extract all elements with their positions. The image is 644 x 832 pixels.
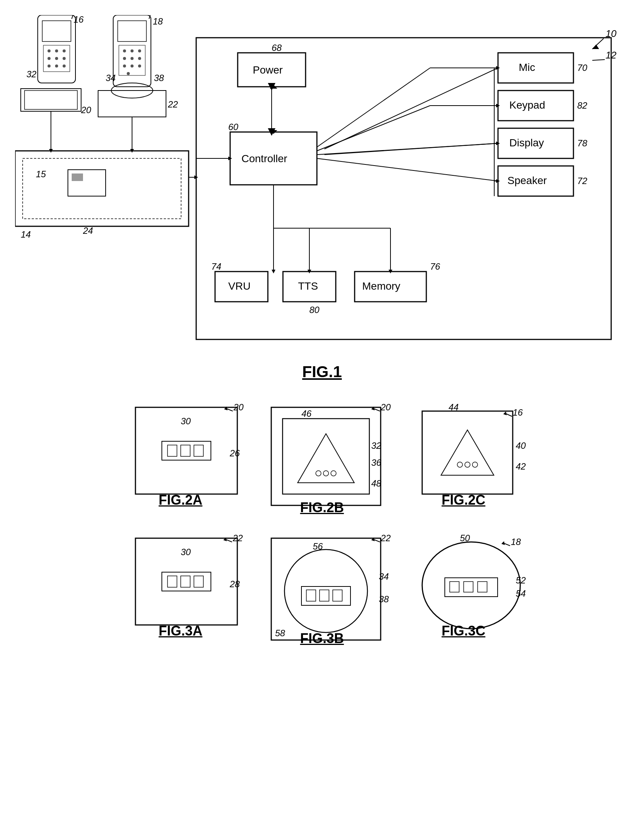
svg-marker-3 xyxy=(592,45,599,49)
svg-rect-125 xyxy=(271,407,381,506)
svg-text:20: 20 xyxy=(380,402,391,412)
svg-line-37 xyxy=(317,106,430,151)
svg-point-72 xyxy=(62,57,66,60)
svg-text:22: 22 xyxy=(232,533,243,543)
svg-rect-152 xyxy=(181,576,190,587)
svg-text:Controller: Controller xyxy=(242,153,287,165)
svg-rect-176 xyxy=(477,582,487,592)
svg-text:60: 60 xyxy=(228,122,239,132)
svg-text:76: 76 xyxy=(430,261,440,272)
svg-rect-174 xyxy=(450,582,459,592)
svg-point-89 xyxy=(131,57,133,60)
svg-rect-103 xyxy=(22,158,181,219)
fig3a-svg: 30 28 22 xyxy=(128,531,248,636)
svg-marker-148 xyxy=(503,411,507,415)
svg-rect-119 xyxy=(194,445,203,456)
fig2a-box: 30 26 20 xyxy=(128,400,234,490)
svg-point-73 xyxy=(48,64,51,67)
fig1-section: 10 12 Power 68 Controller 60 Mic 70 xyxy=(15,15,629,385)
svg-text:Keypad: Keypad xyxy=(509,99,545,111)
svg-text:32: 32 xyxy=(26,69,37,79)
svg-rect-12 xyxy=(498,53,574,83)
svg-text:42: 42 xyxy=(516,461,526,472)
svg-point-74 xyxy=(55,64,58,67)
svg-text:30: 30 xyxy=(181,416,191,426)
svg-rect-151 xyxy=(168,576,177,587)
fig2b-box: 46 32 36 48 20 xyxy=(264,400,381,498)
svg-text:Mic: Mic xyxy=(519,61,535,73)
svg-rect-79 xyxy=(21,89,81,111)
svg-point-129 xyxy=(323,471,328,476)
svg-rect-173 xyxy=(445,578,498,597)
svg-point-67 xyxy=(48,50,51,53)
svg-point-172 xyxy=(422,542,520,629)
svg-rect-138 xyxy=(422,411,513,494)
svg-text:Display: Display xyxy=(509,137,544,149)
svg-text:40: 40 xyxy=(516,440,526,451)
svg-text:68: 68 xyxy=(272,43,282,53)
svg-line-5 xyxy=(592,59,605,60)
svg-rect-102 xyxy=(15,151,189,226)
fig2a-item: 30 26 20 FIG.2A xyxy=(128,400,234,508)
svg-point-91 xyxy=(123,64,126,67)
svg-marker-56 xyxy=(272,270,276,274)
svg-point-75 xyxy=(62,64,66,67)
svg-text:20: 20 xyxy=(81,105,91,115)
svg-point-93 xyxy=(138,64,141,67)
svg-text:Power: Power xyxy=(253,64,283,76)
svg-text:32: 32 xyxy=(371,440,381,451)
fig3b-box: 56 34 38 58 22 xyxy=(264,531,381,629)
svg-text:82: 82 xyxy=(577,100,587,110)
svg-point-94 xyxy=(127,72,130,75)
svg-point-71 xyxy=(55,57,58,60)
svg-text:10: 10 xyxy=(606,28,617,39)
svg-text:24: 24 xyxy=(83,226,93,236)
svg-point-69 xyxy=(62,50,66,53)
svg-text:34: 34 xyxy=(106,73,116,83)
fig1-drawing: 10 12 Power 68 Controller 60 Mic 70 xyxy=(15,15,626,377)
svg-marker-127 xyxy=(298,434,354,483)
svg-text:15: 15 xyxy=(36,169,46,179)
svg-text:54: 54 xyxy=(516,588,526,598)
fig2c-svg: 44 40 42 16 xyxy=(411,400,532,506)
svg-rect-105 xyxy=(72,173,83,181)
svg-text:30: 30 xyxy=(181,547,191,557)
svg-point-140 xyxy=(457,462,463,467)
svg-text:20: 20 xyxy=(233,402,244,412)
svg-rect-162 xyxy=(306,590,316,601)
fig3a-box: 30 28 22 xyxy=(128,531,234,621)
svg-point-86 xyxy=(131,50,133,53)
svg-text:58: 58 xyxy=(275,628,285,638)
svg-point-160 xyxy=(284,549,367,632)
svg-text:16: 16 xyxy=(513,407,523,418)
svg-text:18: 18 xyxy=(511,537,521,547)
fig3c-box: 50 52 54 18 xyxy=(411,531,516,621)
svg-text:Speaker: Speaker xyxy=(508,174,547,186)
svg-point-87 xyxy=(138,50,141,53)
svg-text:48: 48 xyxy=(371,478,381,488)
svg-rect-175 xyxy=(464,582,473,592)
svg-rect-65 xyxy=(42,21,71,42)
svg-rect-163 xyxy=(320,590,329,601)
svg-text:80: 80 xyxy=(309,305,320,315)
svg-text:44: 44 xyxy=(449,402,459,412)
svg-line-49 xyxy=(324,68,498,149)
svg-text:28: 28 xyxy=(229,579,240,589)
svg-text:50: 50 xyxy=(460,533,470,543)
svg-point-90 xyxy=(138,57,141,60)
fig2c-item: 44 40 42 16 FIG.2C xyxy=(411,400,516,508)
svg-text:12: 12 xyxy=(606,50,617,61)
svg-point-88 xyxy=(123,57,126,60)
fig3c-item: 50 52 54 18 FIG.3C xyxy=(411,531,516,639)
fig3a-item: 30 28 22 FIG.3A xyxy=(128,531,234,639)
fig3b-item: 56 34 38 58 22 FIG.3B xyxy=(264,531,381,646)
fig2b-svg: 46 32 36 48 20 xyxy=(264,400,396,513)
svg-text:38: 38 xyxy=(154,73,164,83)
svg-marker-139 xyxy=(441,430,494,475)
fig2b-item: 46 32 36 48 20 FIG.2B xyxy=(264,400,381,515)
svg-point-92 xyxy=(131,64,133,67)
svg-text:72: 72 xyxy=(577,176,587,186)
svg-text:46: 46 xyxy=(301,408,312,419)
svg-text:74: 74 xyxy=(211,261,221,272)
svg-line-42 xyxy=(317,158,498,181)
